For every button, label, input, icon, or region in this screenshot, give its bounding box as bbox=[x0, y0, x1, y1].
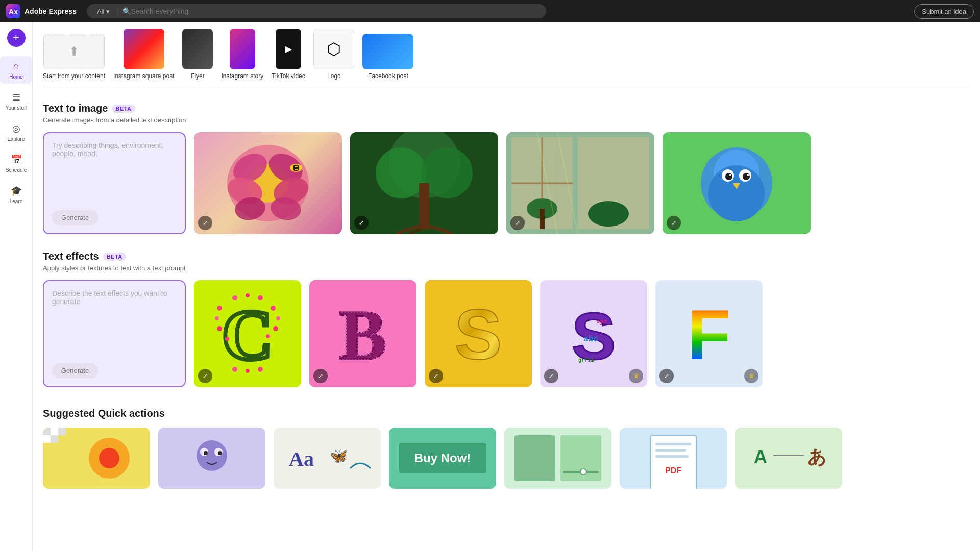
text-to-image-subtitle: Generate images from a detailed text des… bbox=[43, 116, 970, 124]
svg-text:xyz: xyz bbox=[596, 318, 607, 325]
te-tile-icon-b[interactable]: ⤢ bbox=[313, 369, 328, 383]
text-effects-section: Text effects BETA Apply styles or textur… bbox=[43, 251, 970, 387]
svg-text:abc: abc bbox=[583, 334, 598, 343]
add-new-button[interactable]: + bbox=[7, 29, 26, 47]
svg-point-44 bbox=[215, 316, 219, 320]
template-item-start-content[interactable]: ⬆ Start from your content bbox=[43, 34, 105, 80]
tile-expand-icon-2[interactable]: ⤢ bbox=[354, 216, 369, 230]
text-to-image-grid: Generate bbox=[43, 132, 970, 234]
adobe-express-logo-icon: Ax bbox=[6, 4, 20, 18]
remove-bg-preview bbox=[43, 428, 150, 489]
template-item-flyer[interactable]: Flyer bbox=[182, 29, 213, 80]
qa-tile-edit-photo[interactable] bbox=[504, 428, 611, 489]
qa-tile-translate[interactable]: A あ bbox=[735, 428, 842, 489]
svg-point-33 bbox=[725, 173, 732, 180]
te-tile-crown-s-graffiti[interactable]: ♛ bbox=[629, 369, 643, 383]
topbar: Ax Adobe Express All ▾ | 🔍 Submit an ide… bbox=[0, 0, 980, 22]
text-effects-tile-s-gold[interactable]: S ⤢ bbox=[425, 280, 532, 387]
search-filter-button[interactable]: All ▾ bbox=[93, 6, 114, 17]
expand-icon: ⤢ bbox=[671, 219, 676, 227]
plus-icon: + bbox=[13, 31, 19, 44]
svg-rect-68 bbox=[58, 428, 66, 435]
qa-tile-add-text[interactable]: Buy Now! bbox=[389, 428, 496, 489]
svg-text:🦋: 🦋 bbox=[330, 447, 348, 464]
animate-preview: Aa 🦋 bbox=[274, 428, 381, 489]
svg-point-72 bbox=[99, 448, 119, 468]
svg-point-43 bbox=[217, 306, 222, 311]
qa-tile-remove-bg[interactable] bbox=[43, 428, 150, 489]
svg-point-52 bbox=[258, 367, 263, 372]
te-tile-crown-f-rainbow[interactable]: ♛ bbox=[744, 369, 758, 383]
text-effects-title: Text effects bbox=[43, 251, 99, 262]
template-thumb-instagram-square bbox=[124, 29, 164, 69]
learn-icon: 🎓 bbox=[11, 185, 22, 196]
create-pdf-preview: PDF bbox=[620, 428, 727, 489]
template-thumb-instagram-story bbox=[230, 29, 255, 69]
search-divider: | bbox=[117, 7, 119, 16]
text-to-image-tile-2[interactable]: ⤢ bbox=[350, 132, 498, 234]
svg-point-41 bbox=[273, 326, 278, 331]
te-tile-icon-f-rainbow[interactable]: ⤢ bbox=[659, 369, 674, 383]
svg-point-40 bbox=[276, 316, 280, 320]
text-to-image-input[interactable] bbox=[52, 141, 177, 205]
text-to-image-title: Text to image bbox=[43, 103, 108, 114]
template-thumb-logo: ⬡ bbox=[313, 29, 354, 69]
text-effects-tile-s-graffiti[interactable]: S abc xyz grfti ⤢ ♛ bbox=[540, 280, 647, 387]
qa-tile-create-pdf[interactable]: PDF bbox=[620, 428, 727, 489]
svg-point-48 bbox=[246, 293, 250, 297]
text-effects-input[interactable] bbox=[52, 289, 177, 358]
template-item-tiktok-video[interactable]: ▶ TikTok video bbox=[272, 29, 305, 80]
sidebar-item-schedule[interactable]: 📅 Schedule bbox=[0, 150, 32, 177]
template-thumb-tiktok: ▶ bbox=[276, 29, 301, 69]
qa-tile-resize[interactable] bbox=[158, 428, 265, 489]
submit-idea-button[interactable]: Submit an idea bbox=[914, 4, 974, 19]
greenhouse-image bbox=[506, 132, 654, 234]
sidebar-item-learn[interactable]: 🎓 Learn bbox=[0, 181, 32, 208]
app-name: Adobe Express bbox=[24, 7, 77, 15]
svg-text:S: S bbox=[454, 294, 502, 374]
svg-point-45 bbox=[217, 326, 222, 331]
search-input[interactable] bbox=[131, 4, 540, 18]
home-icon: ⌂ bbox=[13, 60, 19, 72]
qa-tile-animate[interactable]: Aa 🦋 bbox=[274, 428, 381, 489]
svg-point-89 bbox=[580, 469, 586, 475]
svg-point-34 bbox=[743, 173, 750, 180]
play-icon: ▶ bbox=[285, 43, 292, 55]
svg-rect-12 bbox=[295, 166, 298, 167]
text-effects-tile-c[interactable]: C ⤢ bbox=[194, 280, 301, 387]
sidebar-item-home[interactable]: ⌂ Home bbox=[0, 56, 32, 84]
quick-actions-title: Suggested Quick actions bbox=[43, 408, 970, 419]
tile-expand-icon-1[interactable]: ⤢ bbox=[198, 216, 212, 230]
sidebar-item-explore[interactable]: ◎ Explore bbox=[0, 119, 32, 146]
text-to-image-tile-4[interactable]: ⤢ bbox=[663, 132, 811, 234]
text-effects-generate-button[interactable]: Generate bbox=[52, 363, 98, 378]
sidebar: + ⌂ Home ☰ Your stuff ◎ Explore 📅 Schedu… bbox=[0, 22, 33, 551]
expand-icon: ⤢ bbox=[203, 372, 208, 380]
template-item-instagram-story[interactable]: Instagram story bbox=[221, 29, 263, 80]
search-icon: 🔍 bbox=[122, 7, 131, 15]
svg-point-46 bbox=[225, 337, 229, 341]
text-to-image-tile-3[interactable]: ⤢ bbox=[506, 132, 654, 234]
te-tile-icon-s-graffiti[interactable]: ⤢ bbox=[544, 369, 558, 383]
text-effects-tile-f-rainbow[interactable]: F ⤢ ♛ bbox=[655, 280, 763, 387]
tile-expand-icon-4[interactable]: ⤢ bbox=[667, 216, 681, 230]
svg-point-47 bbox=[232, 295, 237, 300]
template-item-logo[interactable]: ⬡ Logo bbox=[313, 29, 354, 80]
template-item-instagram-square[interactable]: Instagram square post bbox=[113, 29, 174, 80]
te-tile-icon-c[interactable]: ⤢ bbox=[198, 369, 212, 383]
te-tile-icon-s-gold[interactable]: ⤢ bbox=[429, 369, 443, 383]
expand-icon: ⤢ bbox=[549, 372, 554, 380]
expand-icon: ⤢ bbox=[433, 372, 438, 380]
template-item-facebook-post[interactable]: Facebook post bbox=[362, 34, 413, 80]
text-to-image-tile-1[interactable]: ⤢ bbox=[194, 132, 342, 234]
tile-expand-icon-3[interactable]: ⤢ bbox=[510, 216, 525, 230]
svg-rect-94 bbox=[655, 455, 689, 458]
resize-preview bbox=[158, 428, 265, 489]
text-effects-tile-b[interactable]: B B ⤢ bbox=[309, 280, 416, 387]
expand-icon: ⤢ bbox=[318, 372, 323, 380]
text-to-image-generate-button[interactable]: Generate bbox=[52, 210, 98, 225]
main-content: ⬆ Start from your content Instagram squa… bbox=[33, 22, 980, 551]
svg-rect-86 bbox=[514, 435, 555, 481]
quick-actions-grid: Aa 🦋 Buy Now! bbox=[43, 428, 970, 489]
sidebar-item-your-stuff[interactable]: ☰ Your stuff bbox=[0, 88, 32, 115]
